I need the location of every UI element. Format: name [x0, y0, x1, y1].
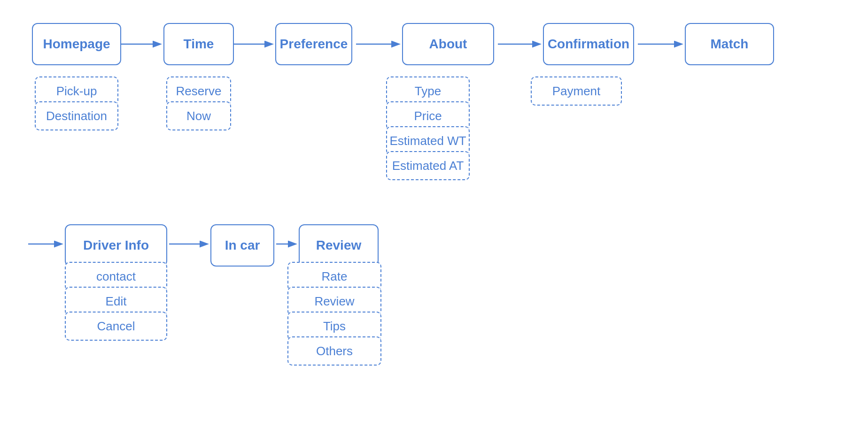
payment-label: Payment [552, 84, 601, 99]
tips-label: Tips [323, 319, 346, 334]
confirmation-label: Confirmation [548, 37, 629, 52]
in-car-node[interactable]: In car [210, 224, 274, 267]
about-node[interactable]: About [402, 23, 494, 65]
review-child-label: Review [314, 294, 354, 309]
type-label: Type [415, 84, 441, 99]
preference-label: Preference [280, 37, 348, 52]
estimated-wt-label: Estimated WT [389, 134, 466, 148]
review-label: Review [316, 238, 362, 253]
price-label: Price [414, 109, 442, 123]
about-label: About [429, 37, 467, 52]
estimated-at-node: Estimated AT [386, 151, 470, 180]
destination-node: Destination [35, 101, 118, 130]
contact-label: contact [96, 269, 136, 284]
homepage-label: Homepage [43, 37, 110, 52]
preference-node[interactable]: Preference [275, 23, 352, 65]
in-car-label: In car [225, 238, 260, 253]
cancel-node: Cancel [65, 312, 167, 341]
reserve-label: Reserve [176, 84, 222, 99]
now-label: Now [186, 109, 211, 123]
review-node[interactable]: Review [299, 224, 379, 267]
others-node: Others [287, 336, 381, 366]
estimated-at-label: Estimated AT [392, 159, 464, 173]
now-node: Now [166, 101, 231, 130]
match-node[interactable]: Match [685, 23, 774, 65]
confirmation-node[interactable]: Confirmation [543, 23, 634, 65]
match-label: Match [711, 37, 749, 52]
time-node[interactable]: Time [163, 23, 234, 65]
destination-label: Destination [46, 109, 107, 123]
cancel-label: Cancel [97, 319, 135, 334]
payment-node: Payment [531, 76, 622, 106]
homepage-node[interactable]: Homepage [32, 23, 121, 65]
pickup-label: Pick-up [56, 84, 97, 99]
others-label: Others [316, 344, 353, 358]
rate-label: Rate [322, 269, 348, 284]
driver-info-label: Driver Info [83, 238, 149, 253]
driver-info-node[interactable]: Driver Info [65, 224, 167, 267]
time-label: Time [184, 37, 214, 52]
edit-label: Edit [106, 294, 127, 309]
